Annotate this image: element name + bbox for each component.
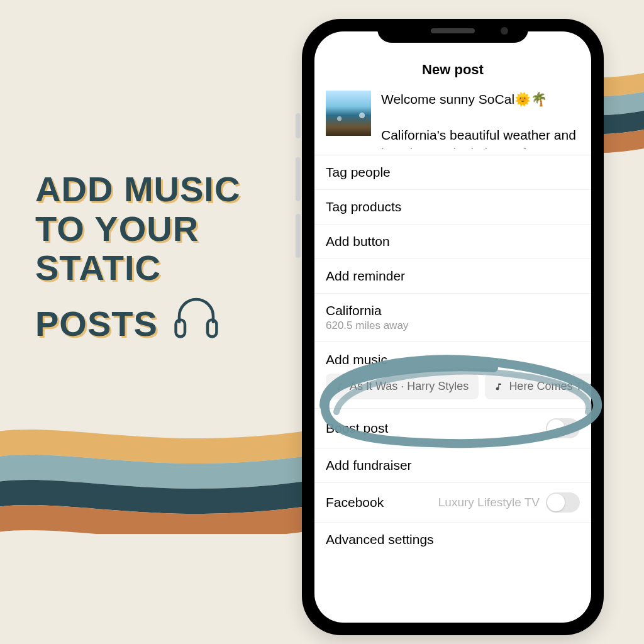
- row-label: Boost post: [326, 421, 388, 436]
- row-label: Facebook: [326, 495, 384, 510]
- music-chip[interactable]: As It Was · Harry Styles: [326, 374, 479, 399]
- music-chip-label: Here Comes The: [509, 380, 591, 393]
- add-music-label: Add music: [314, 350, 591, 374]
- facebook-page-name: Luxury Lifestyle TV: [438, 496, 540, 509]
- row-facebook[interactable]: Facebook Luxury Lifestyle TV: [314, 482, 591, 522]
- row-add-fundraiser[interactable]: Add fundraiser: [314, 448, 591, 482]
- row-add-button[interactable]: Add button: [314, 224, 591, 258]
- row-label: Add fundraiser: [326, 458, 412, 473]
- row-boost-post[interactable]: Boost post: [314, 408, 591, 448]
- post-thumbnail[interactable]: [326, 91, 371, 136]
- row-tag-products[interactable]: Tag products: [314, 189, 591, 224]
- location-name: California: [326, 303, 408, 318]
- location-distance: 620.5 miles away: [326, 319, 408, 332]
- headline-line: POSTS: [35, 304, 158, 343]
- row-label: Tag people: [326, 165, 391, 180]
- phone-notch: [377, 19, 528, 43]
- music-chip-label: As It Was · Harry Styles: [350, 380, 469, 393]
- caption-row[interactable]: Welcome sunny SoCal🌞🌴 California's beaut…: [314, 87, 591, 155]
- row-label: Add button: [326, 234, 390, 249]
- headline-line: ADD MUSIC: [35, 169, 240, 209]
- post-caption[interactable]: Welcome sunny SoCal🌞🌴 California's beaut…: [381, 91, 591, 148]
- phone-screen: New post Welcome sunny SoCal🌞🌴 Californi…: [314, 31, 591, 623]
- music-note-icon: [495, 382, 504, 391]
- row-tag-people[interactable]: Tag people: [314, 155, 591, 189]
- facebook-toggle[interactable]: [546, 492, 580, 513]
- row-add-reminder[interactable]: Add reminder: [314, 258, 591, 293]
- row-label: Advanced settings: [326, 532, 434, 547]
- headline-text: ADD MUSIC TO YOUR STATIC POSTS: [35, 170, 299, 345]
- music-note-icon: [336, 382, 345, 391]
- phone-side-button: [296, 157, 301, 201]
- phone-frame: New post Welcome sunny SoCal🌞🌴 Californi…: [302, 19, 604, 635]
- boost-toggle[interactable]: [546, 418, 580, 438]
- music-chip[interactable]: Here Comes The: [485, 374, 591, 399]
- phone-speaker: [431, 28, 475, 33]
- row-label: Add reminder: [326, 269, 405, 284]
- row-location[interactable]: California 620.5 miles away: [314, 293, 591, 341]
- row-label: Tag products: [326, 199, 401, 214]
- row-advanced-settings[interactable]: Advanced settings: [314, 522, 591, 557]
- phone-side-button: [296, 113, 301, 138]
- phone-side-button: [296, 214, 301, 258]
- headline-line: STATIC: [35, 248, 161, 287]
- headline-line: TO YOUR: [35, 209, 199, 248]
- phone-camera: [501, 27, 508, 35]
- row-add-music[interactable]: Add music As It Was · Harry Styles Here …: [314, 341, 591, 408]
- headphones-icon: [168, 288, 225, 345]
